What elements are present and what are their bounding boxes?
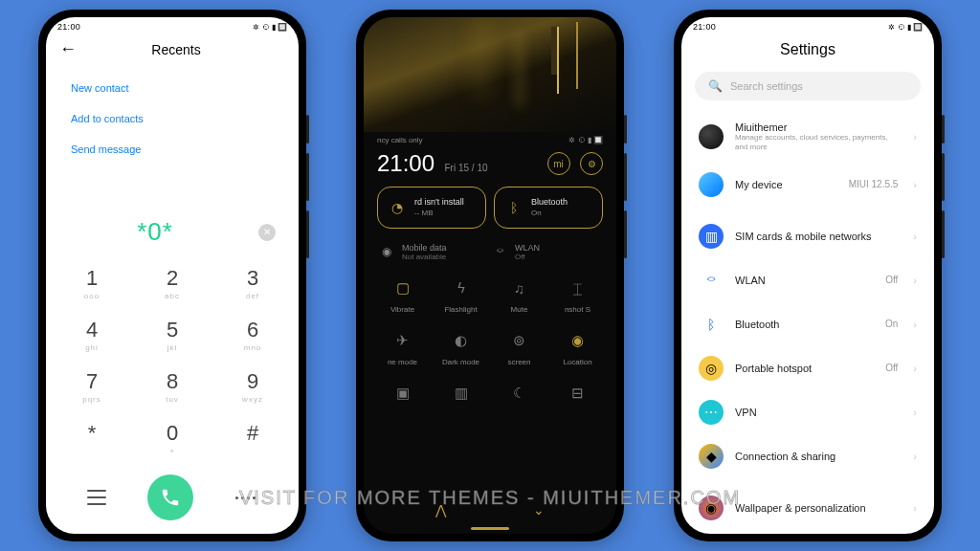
status-icons: ✲ ⏲ ▮ 🔲 <box>253 23 287 32</box>
qs-toggle[interactable]: ✈ne mode <box>373 327 432 366</box>
status-icons: ✲ ⏲ ▮ 🔲 <box>568 136 603 144</box>
qs-toggle[interactable]: ▥ <box>432 380 490 410</box>
account-sub: Manage accounts, cloud services, payment… <box>735 133 902 153</box>
qs-date: Fri 15 / 10 <box>445 163 488 173</box>
add-to-contacts-link[interactable]: Add to contacts <box>71 103 274 134</box>
page-title: Recents <box>96 42 256 57</box>
qs-tile[interactable]: ◔rd isn't install-- MB <box>377 187 486 229</box>
gesture-handle[interactable] <box>471 527 509 530</box>
dialkey-#[interactable]: # <box>212 411 293 463</box>
chevron-right-icon: › <box>913 179 917 190</box>
qs-toggle[interactable]: ◐Dark mode <box>432 327 490 366</box>
qs-toggle[interactable]: ϟFlashlight <box>432 275 490 314</box>
device-icon <box>699 172 724 197</box>
qs-tile[interactable]: ⌔WLANOff <box>490 242 603 261</box>
qs-toggle[interactable]: ▣ <box>373 380 432 410</box>
menu-icon[interactable] <box>87 490 106 505</box>
status-time: 21:00 <box>693 22 716 32</box>
chevron-right-icon: › <box>913 131 917 143</box>
dialkey-3[interactable]: 3def <box>212 256 293 308</box>
qs-toggle[interactable]: ⊚screen <box>490 327 548 366</box>
page-title: Settings <box>681 33 934 72</box>
wallpaper <box>364 17 616 132</box>
settings-row[interactable]: ᛒBluetoothOn› <box>695 302 921 346</box>
dialed-number: *0* <box>69 217 241 247</box>
status-bar: 21:00 ✲ ⏲ ▮ 🔲 <box>681 17 934 33</box>
qs-tile[interactable]: ᛒBluetoothOn <box>494 187 603 229</box>
account-row[interactable]: Miuithemer Manage accounts, cloud servic… <box>695 112 921 163</box>
qs-tile[interactable]: ◉Mobile dataNot available <box>377 242 490 261</box>
status-time: 21:00 <box>57 22 80 32</box>
carrier-label: ncy calls only <box>377 136 423 144</box>
avatar-icon <box>699 124 724 149</box>
dialkey-7[interactable]: 7pqrs <box>52 360 132 411</box>
qs-toggle[interactable]: ⌶nshot S <box>548 275 607 314</box>
dialkey-*[interactable]: * <box>52 411 132 463</box>
settings-row[interactable]: ◆Connection & sharing› <box>695 434 921 478</box>
settings-row[interactable]: ◎Portable hotspotOff› <box>695 346 921 390</box>
qs-toggle[interactable]: ◉Location <box>548 327 607 366</box>
settings-row[interactable]: ▥SIM cards & mobile networks› <box>695 214 921 258</box>
settings-icon[interactable]: ⚙ <box>580 152 603 175</box>
qs-toggle[interactable]: ⊟ <box>548 380 607 410</box>
settings-row[interactable]: ⌔WLANOff› <box>695 258 921 302</box>
status-bar: 21:00 ✲ ⏲ ▮ 🔲 <box>46 17 299 33</box>
my-device-row[interactable]: My device MIUI 12.5.5 › <box>695 163 921 207</box>
dialkey-0[interactable]: 0+ <box>132 411 212 463</box>
dialkey-5[interactable]: 5jkl <box>132 308 212 360</box>
qs-clock: 21:00 <box>377 150 434 176</box>
dialkey-6[interactable]: 6mno <box>212 308 293 360</box>
my-device-label: My device <box>735 179 837 190</box>
dialkey-8[interactable]: 8tuv <box>132 360 212 411</box>
settings-row[interactable]: ⋯VPN› <box>695 390 921 434</box>
dialkey-1[interactable]: 1ooo <box>52 256 132 308</box>
dialpad: 1ooo2abc3def4ghi5jkl6mno7pqrs8tuv9wxyz*0… <box>46 256 299 467</box>
status-icons: ✲ ⏲ ▮ 🔲 <box>888 23 923 32</box>
search-input[interactable]: 🔍 Search settings <box>695 72 921 100</box>
qs-toggle[interactable]: ▢Vibrate <box>373 275 432 314</box>
dialkey-2[interactable]: 2abc <box>132 256 212 308</box>
search-placeholder: Search settings <box>730 80 803 92</box>
send-message-link[interactable]: Send message <box>71 134 274 165</box>
backspace-button[interactable]: ✕ <box>258 224 276 241</box>
account-name: Miuithemer <box>735 121 902 133</box>
dialkey-4[interactable]: 4ghi <box>52 308 132 360</box>
qs-toggle[interactable]: ☾ <box>490 380 548 410</box>
nav-expand-icon[interactable]: ⌄ <box>533 502 545 518</box>
dialkey-9[interactable]: 9wxyz <box>212 360 293 411</box>
nav-back-icon[interactable]: ⋀ <box>435 502 446 518</box>
qs-toggle[interactable]: ♫Mute <box>490 275 548 314</box>
settings-row[interactable]: ◉Wallpaper & personalization› <box>695 486 921 530</box>
search-icon: 🔍 <box>708 79 723 93</box>
call-button[interactable] <box>147 474 193 520</box>
miui-version: MIUI 12.5.5 <box>849 179 899 189</box>
new-contact-link[interactable]: New contact <box>71 73 274 103</box>
user-icon[interactable]: mi <box>547 152 570 175</box>
more-icon[interactable] <box>234 489 257 506</box>
back-button[interactable]: ← <box>59 39 77 59</box>
settings-row[interactable]: 🔒Always-on display & Lock screen› <box>695 530 921 534</box>
